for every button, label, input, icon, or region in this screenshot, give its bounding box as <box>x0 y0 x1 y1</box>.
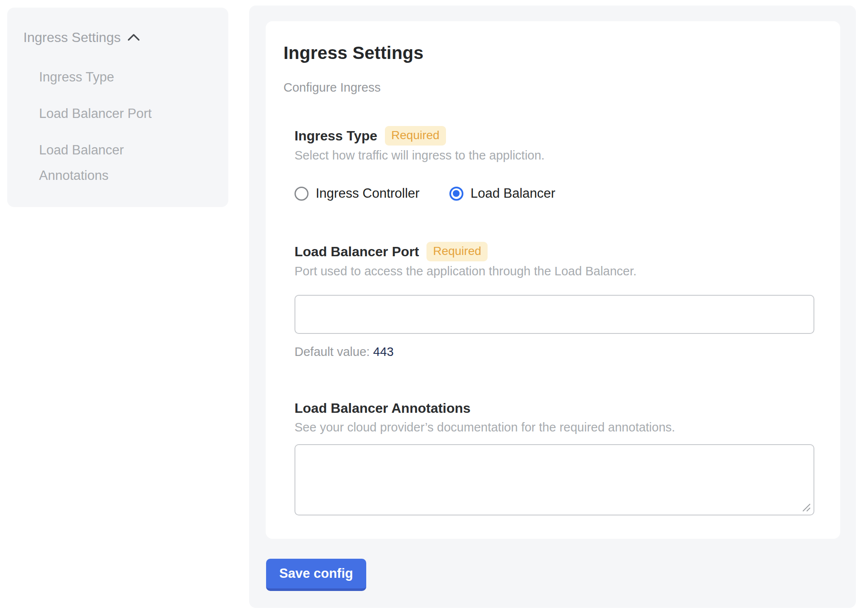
radio-option-ingress-controller[interactable]: Ingress Controller <box>295 186 420 201</box>
load-balancer-port-description: Port used to access the application thro… <box>295 264 815 278</box>
load-balancer-annotations-description: See your cloud provider’s documentation … <box>295 420 815 434</box>
default-value-label: Default value: <box>295 345 370 358</box>
sidebar-section-title: Ingress Settings <box>23 29 121 46</box>
page-title: Ingress Settings <box>283 44 815 62</box>
ingress-type-description: Select how traffic will ingress to the a… <box>295 148 815 162</box>
radio-label-ingress-controller: Ingress Controller <box>316 186 420 201</box>
default-value: 443 <box>373 345 393 358</box>
ingress-type-radio-group: Ingress Controller Load Balancer <box>295 186 815 201</box>
form-sections: Ingress Type Required Select how traffic… <box>295 126 815 515</box>
load-balancer-port-input[interactable] <box>295 295 814 334</box>
settings-sidebar: Ingress Settings Ingress Type Load Balan… <box>7 8 228 207</box>
page-subtitle: Configure Ingress <box>283 81 815 94</box>
required-badge: Required <box>426 242 488 261</box>
radio-option-load-balancer[interactable]: Load Balancer <box>449 186 555 201</box>
radio-button-ingress-controller[interactable] <box>295 187 309 201</box>
sidebar-section-toggle[interactable]: Ingress Settings <box>23 29 211 46</box>
radio-button-load-balancer[interactable] <box>449 187 463 201</box>
sidebar-item-list: Ingress Type Load Balancer Port Load Bal… <box>23 64 211 188</box>
load-balancer-port-label: Load Balancer Port <box>295 242 419 261</box>
sidebar-item-load-balancer-annotations[interactable]: Load Balancer Annotations <box>39 137 166 188</box>
save-config-button[interactable]: Save config <box>266 559 366 591</box>
load-balancer-annotations-section: Load Balancer Annotations See your cloud… <box>295 399 815 515</box>
load-balancer-port-section: Load Balancer Port Required Port used to… <box>295 242 815 359</box>
required-badge: Required <box>385 126 446 146</box>
settings-panel: Ingress Settings Configure Ingress Ingre… <box>249 6 856 608</box>
load-balancer-annotations-textarea[interactable] <box>295 444 814 515</box>
ingress-type-label: Ingress Type <box>295 126 377 145</box>
chevron-up-icon <box>127 33 140 42</box>
load-balancer-annotations-label: Load Balancer Annotations <box>295 399 471 417</box>
ingress-settings-card: Ingress Settings Configure Ingress Ingre… <box>266 21 840 539</box>
radio-label-load-balancer: Load Balancer <box>471 186 555 201</box>
ingress-type-section: Ingress Type Required Select how traffic… <box>295 126 815 201</box>
default-value-helper: Default value:443 <box>295 345 815 359</box>
sidebar-item-ingress-type[interactable]: Ingress Type <box>39 64 166 90</box>
sidebar-item-load-balancer-port[interactable]: Load Balancer Port <box>39 101 166 126</box>
